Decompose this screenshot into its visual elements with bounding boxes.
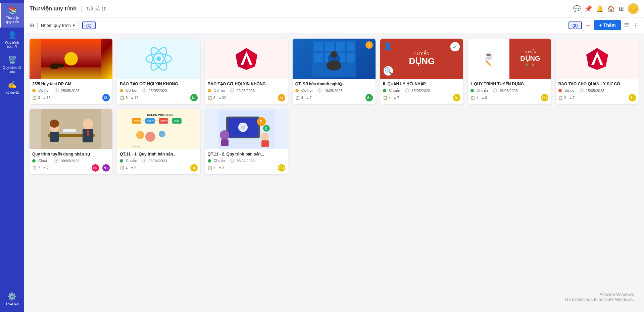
svg-rect-33 (50, 132, 59, 142)
sidebar-item-ky-duyet[interactable]: ✍️ Ký duyệt (0, 77, 24, 98)
svg-text:$: $ (260, 119, 262, 124)
group-filter-label: Nhóm quy trình (41, 23, 71, 28)
sidebar-bottom: ⚙️ Thiết lập (3, 289, 20, 309)
card-10-status: Chuẩn 🕐 26/04/2023 (208, 159, 285, 163)
sidebar-item-quy-trinh-cua-toi[interactable]: 👤 Quy trình của tôi (0, 28, 24, 52)
card-7-stats: 📋 2 ≡ 7 3+ (558, 94, 636, 101)
card-4-stats: 📋 4 ≡ 7 6+ (295, 94, 373, 101)
clock-icon: 🕐 (405, 88, 409, 93)
date-label: 23/05/2023 (149, 89, 167, 93)
card-6[interactable]: ☕ ✏️ TUYỂN DỤNG 🏃‍♂️🏃 I. QUY TRÌNH TUYỂN… (468, 39, 551, 104)
card-3-thumb (205, 39, 288, 79)
member-badge: 15+ (278, 164, 285, 172)
card-9-body: QT.11 - 1. Quy trình bán sản... Chuẩn 🕐 … (117, 149, 200, 174)
sidebar-item-thu-vien-quy-trinh[interactable]: 📚 Thư viện quy trình (0, 3, 24, 28)
card-2[interactable]: BÁO TẠO CƠ HỘI XIN KHÔNG... Cơ hội 🕐 23/… (117, 39, 200, 104)
card-2-body: BÁO TẠO CƠ HỘI XIN KHÔNG... Cơ hội 🕐 23/… (117, 79, 200, 104)
annotation-1: (1) (82, 21, 96, 29)
member-badge: 4+ (278, 94, 285, 101)
card-9-title: QT.11 - 1. Quy trình bán sản... (120, 152, 197, 157)
card-5[interactable]: TUYỂN DỤNG 🔍 ✓ 👤 II. QUẢN LÝ HỘI NHẬP (380, 39, 463, 104)
grid-icon[interactable]: ⊞ (619, 5, 624, 12)
message-icon[interactable]: 💬 (573, 5, 581, 12)
home-icon[interactable]: 🏠 (607, 5, 615, 12)
status-label: Cơ hội (301, 88, 313, 93)
tasks-stat: ≡ 7 (306, 96, 312, 100)
check-icon: ✓ (450, 42, 460, 51)
card-5-stats: 📋 4 ≡ 7 3+ (383, 94, 460, 101)
member-badge: 3+ (629, 94, 636, 101)
avatar[interactable]: 😊 (628, 3, 639, 14)
status-dot (32, 89, 36, 92)
card-9-status: Chuẩn 🕐 28/04/2023 (120, 159, 197, 163)
chevron-down-icon: ▾ (73, 23, 75, 28)
svg-rect-2 (41, 67, 101, 79)
sidebar-item-thiet-lap[interactable]: ⚙️ Thiết lập (3, 289, 20, 309)
tuyen-text-sm1: TUYỂN (524, 50, 536, 54)
steps-stat: 📋 2 (558, 96, 566, 100)
pin-icon[interactable]: 📌 (585, 5, 592, 12)
card-10[interactable]: 🛒 $ $ QT.11 - 2. Qu (205, 109, 288, 174)
svg-text:END: END (174, 120, 179, 122)
sidebar-item-quy-trinh-da-xoa[interactable]: 🗑️ Quy trình đã xóa (0, 52, 24, 77)
tasks-stat: ≡ 13 (43, 96, 51, 100)
card-7-status: Sự cố 🕐 15/05/2023 (558, 88, 636, 93)
list-view-icon[interactable]: ☰ (624, 21, 629, 29)
info-badge: i (365, 41, 373, 49)
card-2-stats: 📋 3 ≡ 12 6+ (120, 94, 197, 101)
notification-icon[interactable]: 🔔 (596, 5, 603, 12)
card-8-stats: 📋 7 ≡ 2 PN 9+ (32, 164, 110, 172)
library-icon: 📚 (8, 6, 17, 15)
add-button-label: + Thêm (599, 23, 616, 28)
member-badge: 12+ (102, 94, 110, 101)
group-filter-select[interactable]: Nhóm quy trình ▾ (37, 21, 79, 30)
card-4-title: QT. Số hóa doanh nghiệp (295, 82, 373, 86)
card-3[interactable]: BÁO TẠO CƠ HỘI XIN KHÔNG... Cơ hội 🕐 22/… (205, 39, 288, 104)
svg-text:SALES PROCESS: SALES PROCESS (147, 113, 173, 117)
clock-icon: 🕐 (493, 88, 497, 93)
sunset-image (41, 39, 101, 79)
card-10-title: QT.11 - 2. Quy trình bán sản... (208, 152, 285, 157)
svg-point-55 (159, 131, 165, 137)
member-badge: 18+ (190, 164, 198, 172)
card-3-body: BÁO TẠO CƠ HỘI XIN KHÔNG... Cơ hội 🕐 22/… (205, 79, 288, 104)
steps-stat: 📋 3 (208, 96, 215, 100)
card-8-title: Quy trình tuyển dụng nhân sự (32, 152, 110, 157)
card-9[interactable]: SALES PROCESS START STEP1 STEP2 END (117, 109, 200, 174)
more-options-icon[interactable]: ⋮ (632, 21, 639, 29)
card-8-body: Quy trình tuyển dụng nhân sự Chuẩn 🕐 09/… (30, 149, 112, 174)
svg-text:$: $ (265, 127, 267, 131)
date-label: 15/05/2023 (586, 89, 604, 93)
card-9-thumb: SALES PROCESS START STEP1 STEP2 END (117, 109, 200, 149)
cards-grid: 25/5 Huy test DP-CM Cơ hội 🕐 25/05/2023 … (30, 39, 639, 174)
svg-point-35 (83, 119, 93, 129)
sales-process-image: SALES PROCESS START STEP1 STEP2 END (130, 110, 187, 148)
svg-point-66 (261, 133, 269, 141)
card-7[interactable]: BAO TAO CHO QUẢN LÝ SƯ CỐ... Sự cố 🕐 15/… (556, 39, 639, 104)
filterbar-right: (2) → + Thêm ☰ ⋮ (568, 20, 639, 30)
card-1[interactable]: 25/5 Huy test DP-CM Cơ hội 🕐 25/05/2023 … (30, 39, 112, 104)
angular-icon (234, 46, 259, 72)
layout-grid-icon[interactable]: ⊞ (30, 22, 34, 29)
blue-person-image (312, 40, 356, 77)
member-badge: 6+ (190, 94, 198, 101)
card-4[interactable]: i QT. Số hóa doanh nghiệp Cơ hội 🕐 18/05… (293, 39, 376, 104)
card-8[interactable]: Quy trình tuyển dụng nhân sự Chuẩn 🕐 09/… (30, 109, 112, 174)
tuyen-text-top: TUYỂN (414, 51, 430, 56)
svg-point-8 (156, 56, 161, 61)
card-10-stats: 📋 3 ≡ 2 15+ (208, 164, 285, 172)
svg-rect-19 (347, 42, 354, 51)
card-5-title: II. QUẢN LÝ HỘI NHẬP (383, 82, 460, 86)
card-2-status: Cơ hội 🕐 23/05/2023 (120, 88, 197, 93)
tuyen-text-sm2: DỤNG (520, 54, 540, 62)
svg-rect-69 (221, 139, 229, 146)
svg-point-26 (327, 60, 341, 71)
card-7-title: BAO TAO CHO QUẢN LÝ SƯ CỐ... (558, 82, 636, 86)
date-label: 09/05/2023 (61, 159, 79, 163)
sidebar-item-label: Quy trình đã xóa (2, 66, 22, 74)
annotation-1-container: (1) (82, 21, 96, 29)
svg-text:STEP2: STEP2 (160, 120, 168, 122)
member-badge: 3+ (453, 94, 460, 101)
card-4-thumb: i (293, 39, 376, 79)
add-button[interactable]: + Thêm (594, 20, 621, 30)
